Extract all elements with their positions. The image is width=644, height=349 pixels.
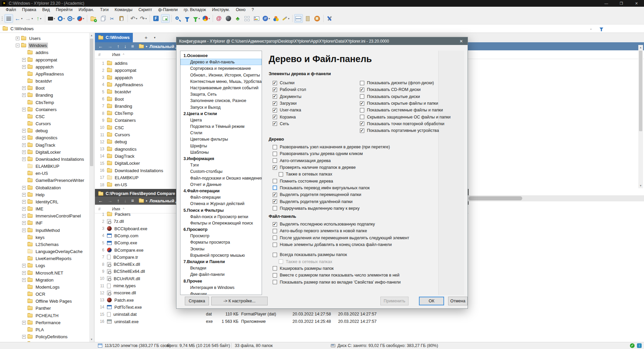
tree-item[interactable]: +IdentityCRL bbox=[22, 198, 59, 205]
tree-item[interactable]: Offline Web Pages bbox=[22, 298, 73, 305]
checkbox[interactable] bbox=[273, 280, 277, 284]
status-info-icon[interactable]: i bbox=[637, 343, 642, 348]
expand-toggle-icon[interactable]: + bbox=[16, 37, 19, 40]
tags-button[interactable]: ///▾ bbox=[262, 14, 271, 23]
address-dropdown-icon[interactable]: ⌄ bbox=[590, 27, 592, 30]
checkbox[interactable] bbox=[273, 243, 277, 247]
address-filter-icon[interactable] bbox=[599, 27, 603, 30]
config-checkbox-row[interactable]: Документы bbox=[273, 93, 306, 100]
tab-list-icon[interactable]: ▾ bbox=[154, 36, 156, 39]
checkbox[interactable] bbox=[279, 172, 283, 177]
details-view-button[interactable] bbox=[252, 14, 261, 23]
expand-toggle-icon[interactable]: + bbox=[22, 278, 26, 282]
config-checkbox-row[interactable]: Выделять родителя перемещенной папки bbox=[273, 191, 390, 198]
hypnotic-button[interactable]: @ bbox=[215, 14, 223, 23]
config-checkbox-row[interactable]: Показывать CD-ROM диски bbox=[360, 86, 450, 93]
expand-toggle-icon[interactable]: − bbox=[16, 44, 19, 47]
config-nav-item[interactable]: Защита, Сеть bbox=[180, 91, 262, 97]
dropdown-caret-icon[interactable]: ▾ bbox=[54, 17, 55, 20]
config-checkbox-row[interactable]: Корзина bbox=[273, 113, 306, 120]
config-nav-item[interactable]: Шрифты bbox=[180, 143, 262, 149]
tree-item[interactable]: ELAMBKUP bbox=[22, 163, 60, 170]
dropdown-caret-icon[interactable]: ▾ bbox=[269, 17, 270, 20]
goto-button[interactable]: ▾ bbox=[76, 14, 85, 23]
config-nav-item[interactable]: Функции bbox=[180, 291, 262, 295]
tools-button[interactable] bbox=[325, 14, 334, 23]
checkbox[interactable] bbox=[279, 259, 283, 264]
filter-green-button[interactable]: ▾ bbox=[192, 14, 201, 23]
up-button[interactable]: ↑▾ bbox=[35, 14, 43, 23]
config-checkbox-row[interactable]: Проверять наличие подпапок в дереве bbox=[273, 164, 390, 171]
config-nav-item[interactable]: Эскизы bbox=[180, 246, 262, 252]
tree-item[interactable]: +apppatch bbox=[22, 63, 55, 70]
checkbox[interactable] bbox=[273, 199, 277, 204]
config-checkbox-row[interactable]: Скрывать защищенные ОС файлы и папки bbox=[360, 113, 450, 120]
checkbox[interactable] bbox=[273, 158, 277, 163]
checkbox[interactable] bbox=[273, 236, 277, 240]
config-nav-item[interactable]: Вкладки bbox=[180, 265, 262, 271]
config-checkbox-row[interactable]: После удаления или перемещения выделять … bbox=[273, 235, 409, 241]
config-checkbox-row[interactable]: Также в сетевых папках bbox=[273, 258, 409, 265]
config-checkbox-row[interactable]: Выделять родителя удалённой папки bbox=[273, 198, 390, 205]
config-nav-item[interactable]: Цветовые фильтры bbox=[180, 136, 262, 142]
config-checkbox-row[interactable]: Сеть bbox=[273, 120, 306, 127]
config-nav-item[interactable]: 1.Основное bbox=[180, 52, 262, 59]
menu-item-скрипт[interactable]: Скрипт bbox=[136, 7, 155, 13]
file-scrollbar-thumb[interactable] bbox=[639, 51, 642, 131]
nav-back-icon[interactable]: ← bbox=[98, 44, 103, 49]
nav-down-icon[interactable]: ↓ bbox=[124, 198, 126, 203]
file-row[interactable]: 16uninstall.exeexe1 563 КБПриложение20.0… bbox=[95, 318, 644, 325]
expand-toggle-icon[interactable]: + bbox=[22, 129, 26, 133]
colors-button[interactable] bbox=[272, 14, 280, 23]
tree-item[interactable]: +Logs bbox=[22, 262, 46, 269]
config-checkbox-row[interactable]: Новые элементы добавлять в конец списка … bbox=[273, 241, 409, 248]
nav-forward-icon[interactable]: → bbox=[108, 198, 112, 203]
config-checkbox-row[interactable]: Вместе с размером папки показывать число… bbox=[273, 272, 409, 279]
expand-toggle-icon[interactable]: + bbox=[22, 271, 26, 275]
tree-item[interactable]: +Boot bbox=[22, 85, 46, 92]
config-checkbox-row[interactable]: Показывать портативные устройства bbox=[360, 127, 450, 134]
tree-item[interactable]: PCHEALTH bbox=[22, 312, 59, 319]
config-checkbox-row[interactable]: Рабочий стол bbox=[273, 86, 306, 93]
checkbox[interactable] bbox=[360, 94, 364, 99]
config-nav-item[interactable]: 8.Прочее bbox=[180, 278, 262, 284]
expand-toggle-icon[interactable]: + bbox=[22, 157, 26, 161]
expand-toggle-icon[interactable]: + bbox=[22, 321, 26, 325]
config-nav-item[interactable]: Файл-подсказки и Окошко наведения bbox=[180, 175, 262, 181]
nav-up-icon[interactable]: ↑ bbox=[117, 198, 119, 203]
checkbox[interactable] bbox=[273, 266, 277, 270]
menu-item-правка[interactable]: Правка bbox=[19, 7, 39, 13]
config-checkbox-row[interactable]: Показывать скрытые файлы и папки bbox=[360, 100, 450, 107]
checkbox[interactable] bbox=[273, 94, 277, 99]
config-nav-item[interactable]: 4.Файл-операции bbox=[180, 188, 262, 194]
dropdown-caret-icon[interactable]: ▾ bbox=[63, 17, 65, 20]
close-button[interactable]: ✕ bbox=[629, 0, 644, 7]
checkbox[interactable] bbox=[273, 273, 277, 278]
config-nav-item[interactable]: Отмена и Журнал действий bbox=[180, 200, 262, 207]
folder-tree-button[interactable]: ♣ bbox=[233, 14, 242, 23]
menu-item-окно[interactable]: Окно bbox=[233, 7, 249, 13]
expand-toggle-icon[interactable]: + bbox=[22, 193, 26, 197]
expand-toggle-icon[interactable]: + bbox=[22, 136, 26, 140]
minimize-button[interactable]: — bbox=[599, 0, 614, 7]
cancel-button[interactable]: Отмена bbox=[448, 297, 468, 305]
help-button[interactable]: Справка bbox=[185, 297, 209, 305]
config-nav-item[interactable]: Отчет и Данные bbox=[180, 181, 262, 188]
nav-down-icon[interactable]: ↓ bbox=[124, 44, 126, 49]
checkbox[interactable] bbox=[360, 81, 364, 85]
config-nav-item[interactable]: 5.Поиск и Фильтры bbox=[180, 207, 262, 213]
column-name[interactable]: Имя bbox=[112, 52, 120, 57]
maximize-button[interactable]: ❐ bbox=[614, 0, 629, 7]
copy-button[interactable] bbox=[98, 14, 107, 23]
config-checkbox-row[interactable]: Также в сетевых папках bbox=[273, 171, 390, 178]
expand-toggle-icon[interactable]: + bbox=[22, 214, 26, 218]
dropdown-caret-icon[interactable]: ▾ bbox=[199, 17, 200, 20]
panes-grid-button[interactable] bbox=[243, 14, 252, 23]
horizontal-scrollbar-thumb[interactable] bbox=[469, 196, 522, 200]
menu-item-ф-панели[interactable]: ф-Панели bbox=[155, 7, 181, 13]
tree-item[interactable]: LiveKernelReports bbox=[22, 255, 72, 262]
checkbox[interactable] bbox=[273, 253, 277, 257]
config-checkbox-row[interactable]: User-папка bbox=[273, 107, 306, 113]
config-checkbox-row[interactable]: Авто-выбор первого элемента в новой папк… bbox=[273, 228, 409, 234]
dropdown-caret-icon[interactable]: ▾ bbox=[136, 17, 137, 20]
